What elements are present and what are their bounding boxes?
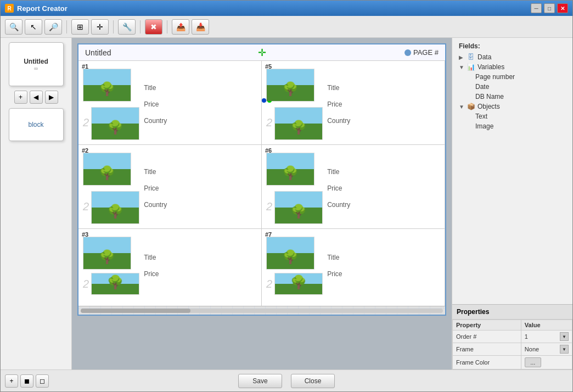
card-2[interactable]: #2 2 Title Price bbox=[78, 145, 262, 229]
bottom-btn-2[interactable]: ◼ bbox=[20, 374, 33, 388]
prop-value-order[interactable]: 1 ▼ bbox=[521, 331, 572, 343]
zoom-in-button[interactable]: 🔍 bbox=[5, 19, 23, 35]
crosshair-button[interactable]: ✛ bbox=[91, 19, 109, 35]
save-button[interactable]: Save bbox=[238, 374, 282, 388]
prop-frame-dropdown[interactable]: ▼ bbox=[560, 345, 569, 354]
bottom-left-controls: + ◼ ◻ bbox=[5, 374, 49, 388]
close-window-button[interactable]: ✕ bbox=[557, 3, 568, 13]
properties-section: Properties Property Value Order # bbox=[452, 304, 572, 369]
card-5-image-bottom bbox=[274, 107, 323, 140]
export-button[interactable]: 📤 bbox=[172, 19, 189, 35]
block-label: block bbox=[28, 121, 43, 128]
prop-value-frame[interactable]: None ▼ bbox=[521, 343, 572, 356]
card-3-title: Title bbox=[144, 254, 257, 261]
grid-button[interactable]: ⊞ bbox=[71, 19, 89, 35]
fields-section: Fields: ▶ 🗄 Data ▼ 📊 Variables Page numb… bbox=[452, 38, 572, 304]
card-1-texts: Title Price Country bbox=[144, 69, 257, 140]
tree-label-date: Date bbox=[475, 83, 489, 91]
add-tab-button[interactable]: + bbox=[14, 91, 27, 104]
canvas-area[interactable]: ✛ Untitled PAGE # #1 bbox=[72, 38, 452, 369]
card-1-country: Country bbox=[144, 117, 257, 125]
delete-button[interactable]: ✖ bbox=[145, 19, 162, 35]
prop-order-dropdown[interactable]: ▼ bbox=[560, 332, 569, 341]
tools-button[interactable]: 🔧 bbox=[118, 19, 136, 35]
page-icon bbox=[405, 49, 411, 56]
card-5[interactable]: #5 2 bbox=[262, 61, 445, 145]
prop-order-text: 1 bbox=[525, 333, 528, 340]
app-icon: R bbox=[5, 4, 14, 13]
zoom-out-button[interactable]: 🔎 bbox=[44, 19, 62, 35]
card-5-country: Country bbox=[327, 117, 440, 125]
card-2-country: Country bbox=[144, 201, 257, 209]
select-button[interactable]: ↖ bbox=[25, 19, 42, 35]
card-1-title: Title bbox=[144, 84, 257, 92]
card-6[interactable]: #6 2 Title Price bbox=[262, 145, 445, 229]
report-canvas: ✛ Untitled PAGE # #1 bbox=[77, 43, 446, 316]
toolbar-sep-3 bbox=[140, 20, 141, 33]
prop-row-order: Order # 1 ▼ bbox=[453, 331, 572, 343]
prop-frame-color-btn[interactable]: ... bbox=[525, 357, 541, 367]
card-3-texts: Title Price bbox=[144, 237, 257, 295]
card-2-content: 2 Title Price Country bbox=[83, 149, 257, 224]
toolbar: 🔍 ↖ 🔎 ⊞ ✛ 🔧 ✖ 📤 📥 bbox=[1, 16, 572, 38]
card-3[interactable]: #3 2 Title Price bbox=[78, 229, 262, 306]
card-3-num: 2 bbox=[83, 278, 89, 290]
bottom-add-button[interactable]: + bbox=[5, 374, 18, 388]
report-title: Untitled bbox=[85, 48, 111, 57]
properties-header: Properties bbox=[452, 305, 572, 320]
import-button[interactable]: 📥 bbox=[192, 19, 209, 35]
toolbar-sep-4 bbox=[167, 20, 167, 33]
tree-item-date[interactable]: Date bbox=[454, 82, 570, 92]
card-1-image-bottom bbox=[91, 107, 139, 140]
tree-label-db-name: DB Name bbox=[475, 93, 504, 100]
card-2-images: 2 bbox=[83, 153, 139, 224]
tree-item-data[interactable]: ▶ 🗄 Data bbox=[454, 52, 570, 62]
card-6-num: 2 bbox=[266, 200, 272, 213]
tree-label-variables: Variables bbox=[478, 63, 504, 71]
properties-table: Property Value Order # 1 ▼ bbox=[452, 320, 572, 369]
move-right-button[interactable]: ▶ bbox=[45, 91, 58, 104]
tree-label-data: Data bbox=[478, 53, 491, 61]
main-content: Untitled ∞ + ◀ ▶ block ✛ Untitled bbox=[1, 38, 572, 369]
card-6-country: Country bbox=[327, 201, 440, 209]
card-7-images: 2 bbox=[266, 237, 323, 295]
bottom-bar: + ◼ ◻ Save Close bbox=[1, 369, 572, 391]
move-left-button[interactable]: ◀ bbox=[30, 91, 43, 104]
tree-item-image[interactable]: Image bbox=[454, 121, 570, 131]
card-6-image-bottom bbox=[274, 191, 323, 224]
card-5-image-top bbox=[266, 69, 314, 102]
tree-item-db-name[interactable]: DB Name bbox=[454, 92, 570, 102]
blue-dot bbox=[262, 98, 266, 103]
card-1[interactable]: #1 2 Title Price bbox=[78, 61, 262, 145]
card-7-image-partial bbox=[274, 273, 323, 295]
card-6-price: Price bbox=[327, 184, 440, 192]
card-6-title: Title bbox=[327, 168, 440, 176]
restore-button[interactable]: □ bbox=[544, 3, 555, 13]
scrollbar-thumb[interactable] bbox=[81, 309, 190, 313]
tree-item-text[interactable]: Text bbox=[454, 111, 570, 121]
tree-item-objects[interactable]: ▼ 📦 Objects bbox=[454, 102, 570, 111]
card-7-price: Price bbox=[327, 270, 440, 278]
tree-label-objects: Objects bbox=[478, 103, 500, 110]
card-2-texts: Title Price Country bbox=[144, 153, 257, 224]
prop-label-order: Order # bbox=[453, 331, 521, 343]
tree-item-page-number[interactable]: Page number bbox=[454, 72, 570, 82]
bottom-btn-3[interactable]: ◻ bbox=[36, 374, 49, 388]
card-6-image-top bbox=[266, 153, 314, 186]
title-bar: R Report Creator ─ □ ✕ bbox=[1, 1, 572, 16]
page-number-area: PAGE # bbox=[405, 48, 439, 57]
block-card[interactable]: block bbox=[9, 108, 64, 141]
tab-card-untitled[interactable]: Untitled ∞ bbox=[9, 42, 64, 86]
tree-item-variables[interactable]: ▼ 📊 Variables bbox=[454, 62, 570, 72]
card-3-content: 2 Title Price bbox=[83, 233, 257, 295]
prop-row-frame: Frame None ▼ bbox=[453, 343, 572, 356]
tree-icon-objects: 📦 bbox=[467, 103, 475, 110]
canvas-scrollbar[interactable] bbox=[78, 306, 445, 315]
page-header: ✛ Untitled PAGE # bbox=[78, 44, 445, 61]
card-7[interactable]: #7 2 Title Price bbox=[262, 229, 445, 306]
minimize-button[interactable]: ─ bbox=[531, 3, 542, 13]
tree-label-page-number: Page number bbox=[475, 73, 515, 81]
prop-value-frame-color[interactable]: ... bbox=[521, 356, 572, 369]
card-7-texts: Title Price bbox=[327, 237, 440, 295]
close-button[interactable]: Close bbox=[291, 374, 335, 388]
